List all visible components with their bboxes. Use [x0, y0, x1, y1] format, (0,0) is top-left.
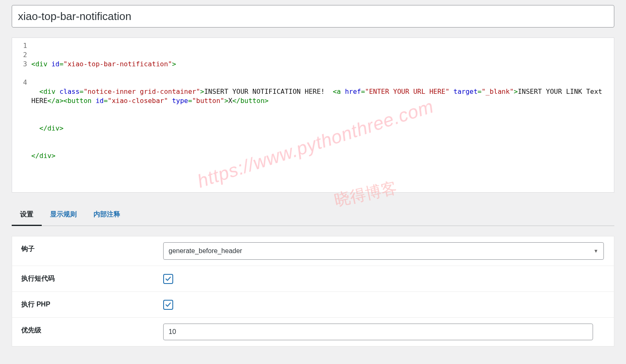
label-execute-shortcode: 执行短代码: [12, 266, 156, 291]
post-title-input[interactable]: [12, 5, 614, 28]
checkbox-execute-shortcode[interactable]: [163, 274, 173, 284]
input-priority[interactable]: [163, 324, 593, 340]
select-hook[interactable]: generate_before_header ▼: [163, 242, 604, 260]
tab-display-rules[interactable]: 显示规则: [42, 204, 85, 226]
row-execute-shortcode: 执行短代码: [12, 266, 614, 292]
tab-settings[interactable]: 设置: [12, 204, 42, 226]
check-icon: [165, 276, 171, 282]
settings-tabs: 设置 显示规则 内部注释: [12, 204, 614, 226]
label-hook: 钩子: [12, 236, 156, 266]
select-hook-value: generate_before_header: [169, 247, 242, 255]
line-number-gutter: 1 2 3 4: [12, 38, 30, 192]
code-editor[interactable]: 1 2 3 4 <div id="xiao-top-bar-notificati…: [12, 38, 614, 193]
tab-internal-notes[interactable]: 内部注释: [85, 204, 129, 226]
label-priority: 优先级: [12, 318, 156, 346]
label-execute-php: 执行 PHP: [12, 292, 156, 317]
chevron-down-icon: ▼: [593, 248, 598, 254]
row-hook: 钩子 generate_before_header ▼: [12, 236, 614, 266]
code-content[interactable]: <div id="xiao-top-bar-notification"> <di…: [30, 38, 614, 192]
row-execute-php: 执行 PHP: [12, 292, 614, 318]
row-priority: 优先级: [12, 318, 614, 346]
check-icon: [165, 302, 171, 308]
checkbox-execute-php[interactable]: [163, 300, 173, 310]
settings-table: 钩子 generate_before_header ▼ 执行短代码 执行 PHP: [12, 236, 614, 346]
